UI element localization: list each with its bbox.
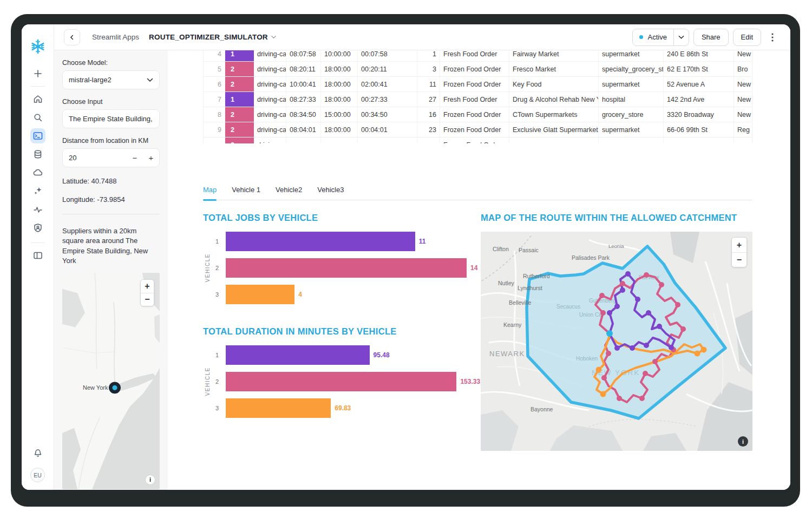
duration-cell: 00:04:01 bbox=[358, 122, 417, 137]
status-button-group: Active bbox=[632, 29, 689, 46]
mini-map-city-label: New York bbox=[83, 384, 108, 391]
order-cell: Fresh Food Order bbox=[440, 50, 509, 61]
tab-vehicle-2[interactable]: Vehicle2 bbox=[276, 186, 302, 200]
city-cell: New bbox=[734, 77, 752, 91]
route-map[interactable]: Secaucus Guttenberg Union City Hoboken F… bbox=[481, 232, 752, 451]
zoom-out-button[interactable]: − bbox=[141, 293, 154, 306]
overflow-menu-icon[interactable] bbox=[765, 29, 780, 45]
region-badge[interactable]: EU bbox=[30, 468, 45, 482]
model-select[interactable]: mistral-large2 bbox=[62, 70, 160, 89]
status-button[interactable]: Active bbox=[633, 29, 673, 45]
zoom-in-button[interactable]: + bbox=[732, 238, 746, 252]
type-cell: hospital bbox=[599, 92, 664, 107]
map-label: Passaic bbox=[519, 247, 539, 253]
bar-vehicle-1 bbox=[226, 232, 415, 251]
results-table[interactable]: 4 1 driving-car 08:07:58 10:00:00 00:07:… bbox=[203, 50, 752, 143]
app-window: EU Streamlit Apps ROUTE_OPTIMIZER_SIMULA… bbox=[22, 24, 790, 490]
start-cell: 10:00:41 bbox=[286, 77, 321, 91]
duration-cell: 00:07:58 bbox=[358, 50, 417, 61]
sidebar-mini-map[interactable]: New York + − i bbox=[62, 273, 160, 489]
order-cell: Frozen Food Order bbox=[440, 62, 509, 76]
panel-layout-icon[interactable] bbox=[30, 248, 45, 263]
city-cell: Bro bbox=[734, 62, 752, 76]
type-cell: supermarket bbox=[599, 77, 664, 91]
sparkles-ai-icon[interactable] bbox=[30, 183, 45, 199]
map-info-icon[interactable]: i bbox=[738, 436, 748, 447]
bar-row: 2 14 bbox=[212, 258, 481, 278]
notifications-bell-icon[interactable] bbox=[30, 445, 45, 461]
category-tick: 3 bbox=[212, 405, 226, 411]
add-icon[interactable] bbox=[31, 67, 45, 81]
decrement-button[interactable]: − bbox=[127, 149, 143, 167]
tab-map[interactable]: Map bbox=[203, 186, 217, 200]
start-cell: 08:34:50 bbox=[286, 107, 321, 122]
bar-vehicle-2 bbox=[226, 258, 467, 278]
location-input[interactable] bbox=[69, 115, 153, 123]
zoom-out-button[interactable]: − bbox=[732, 252, 746, 267]
status-dropdown-button[interactable] bbox=[673, 29, 689, 45]
database-icon[interactable] bbox=[30, 147, 45, 162]
bar-row: 3 69.83 bbox=[212, 398, 481, 418]
address-cell: 62 E 170th St bbox=[664, 62, 734, 76]
row-index: 7 bbox=[204, 92, 225, 107]
chevron-down-icon bbox=[147, 78, 153, 82]
cloud-icon[interactable] bbox=[30, 165, 45, 180]
map-label: Lyndhurst bbox=[518, 285, 542, 291]
table-row: 9 2 driving-car 08:04:01 18:00:00 00:04:… bbox=[204, 122, 752, 137]
bar-value: 11 bbox=[419, 238, 426, 245]
profile-cell: driving-car bbox=[254, 92, 286, 107]
count-cell: 3 bbox=[417, 62, 440, 76]
search-icon[interactable] bbox=[30, 110, 45, 125]
table-row-partial: 2 driving-car Frozen Food Order bbox=[204, 137, 752, 143]
start-cell: 08:20:11 bbox=[286, 62, 321, 76]
vehicle-cell: 2 bbox=[225, 122, 254, 137]
order-cell: Frozen Food Order bbox=[440, 137, 509, 143]
order-cell: Frozen Food Order bbox=[440, 77, 509, 91]
profile-cell: driving-car bbox=[254, 122, 286, 137]
vehicle-cell: 2 bbox=[225, 77, 254, 91]
city-cell: New bbox=[734, 107, 752, 122]
main-content: 4 1 driving-car 08:07:58 10:00:00 00:07:… bbox=[168, 50, 790, 490]
bar-value: 153.33 bbox=[460, 378, 480, 385]
breadcrumb[interactable]: Streamlit Apps bbox=[92, 33, 139, 41]
home-icon[interactable] bbox=[30, 91, 45, 107]
table-row: 5 2 driving-car 08:20:11 18:00:00 00:20:… bbox=[204, 62, 752, 77]
tab-vehicle-3[interactable]: Vehicle3 bbox=[317, 186, 344, 200]
model-select-label: Choose Model: bbox=[62, 59, 160, 67]
map-title: MAP OF THE ROUTE WITHIN THE ALLOWED CATC… bbox=[481, 213, 752, 223]
duration-cell: 00:34:50 bbox=[358, 107, 417, 122]
activity-monitor-icon[interactable] bbox=[30, 202, 45, 217]
y-axis-label: VEHICLE bbox=[205, 253, 211, 282]
sidebar: Choose Model: mistral-large2 Choose Inpu… bbox=[54, 50, 168, 490]
page-title[interactable]: ROUTE_OPTIMIZER_SIMULATOR bbox=[149, 33, 276, 41]
address-cell: 240 E 86th St bbox=[664, 50, 734, 61]
map-zoom-controls: + − bbox=[731, 237, 747, 267]
edit-button[interactable]: Edit bbox=[733, 29, 761, 46]
category-tick: 1 bbox=[212, 238, 226, 245]
profile-cell: driving-car bbox=[254, 62, 286, 76]
rail-divider bbox=[31, 86, 45, 87]
table-row: 6 2 driving-car 10:00:41 18:00:00 02:00:… bbox=[204, 77, 752, 92]
duration-cell: 00:27:33 bbox=[358, 92, 417, 107]
row-index: 8 bbox=[204, 107, 225, 122]
address-cell: 142 2nd Ave bbox=[664, 92, 734, 107]
chart-title: TOTAL DURATION IN MINUTES BY VEHICLE bbox=[203, 326, 481, 337]
end-cell: 15:00:00 bbox=[321, 107, 358, 122]
start-cell: 08:07:58 bbox=[286, 50, 321, 61]
admin-shield-icon[interactable] bbox=[30, 220, 45, 235]
increment-button[interactable]: + bbox=[143, 149, 159, 167]
snowflake-logo[interactable] bbox=[30, 38, 46, 55]
vehicle-cell: 1 bbox=[225, 50, 254, 61]
distance-value[interactable]: 20 bbox=[69, 154, 127, 162]
zoom-in-button[interactable]: + bbox=[141, 280, 154, 293]
name-cell: Fresco Market bbox=[509, 62, 599, 76]
map-label: Palisades Park bbox=[572, 254, 610, 261]
rail-divider bbox=[31, 242, 45, 243]
back-button[interactable] bbox=[64, 29, 80, 45]
tab-bar: Map Vehicle 1 Vehicle2 Vehicle3 bbox=[203, 186, 752, 200]
share-button[interactable]: Share bbox=[693, 29, 729, 46]
tab-vehicle-1[interactable]: Vehicle 1 bbox=[232, 186, 260, 200]
map-info-icon[interactable]: i bbox=[145, 475, 155, 485]
worksheets-terminal-icon[interactable] bbox=[30, 128, 45, 143]
address-cell: 3320 Broadway bbox=[664, 107, 734, 122]
